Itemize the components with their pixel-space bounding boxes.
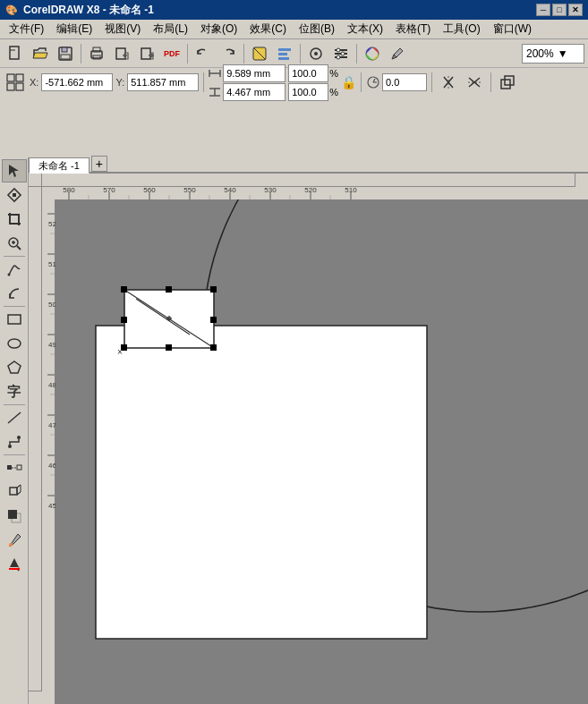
arrange-button[interactable] <box>496 71 519 94</box>
property-toolbar: X: Y: % % 🔒 <box>0 68 588 97</box>
menu-item-窗口[interactable]: 窗口(W) <box>488 20 537 38</box>
prop-sep-1 <box>203 72 204 92</box>
svg-rect-80 <box>166 344 172 351</box>
tools-sep-3 <box>4 404 25 405</box>
color-settings-button[interactable] <box>361 42 384 65</box>
tools-sep-4 <box>4 454 25 455</box>
flip-v-button[interactable] <box>463 71 486 94</box>
svg-text:540: 540 <box>224 187 236 194</box>
svg-rect-45 <box>13 193 16 197</box>
svg-point-66 <box>9 543 13 547</box>
blend-tool-button[interactable] <box>2 456 27 479</box>
document-tab[interactable]: 未命名 -1 <box>29 157 89 174</box>
menu-item-文件[interactable]: 文件(F) <box>4 20 49 38</box>
extrude-tool-button[interactable] <box>2 480 27 504</box>
object-properties-button[interactable] <box>4 71 27 94</box>
undo-button[interactable] <box>192 42 215 65</box>
svg-line-71 <box>124 290 214 348</box>
height-percent-input[interactable] <box>288 83 328 101</box>
svg-rect-110 <box>42 187 55 704</box>
svg-text:510: 510 <box>48 260 55 268</box>
toolbar-separator-3 <box>243 44 244 64</box>
export-button[interactable] <box>135 42 158 65</box>
eyedropper-toolbar-button[interactable] <box>386 42 409 65</box>
svg-point-68 <box>203 187 588 612</box>
toolbar-separator-2 <box>187 44 188 64</box>
rect-tool-button[interactable] <box>2 308 27 331</box>
polygon-tool-button[interactable] <box>2 356 27 379</box>
menu-item-编辑[interactable]: 编辑(E) <box>51 20 98 38</box>
text-tool-icon: 字 <box>7 384 21 401</box>
open-button[interactable] <box>29 42 52 65</box>
add-tab-button[interactable]: + <box>91 156 107 172</box>
menu-item-文本[interactable]: 文本(X) <box>342 20 388 38</box>
width-percent-input[interactable] <box>288 64 328 82</box>
maximize-button[interactable]: □ <box>552 4 567 16</box>
close-button[interactable]: ✕ <box>568 4 583 16</box>
svg-point-18 <box>314 52 318 55</box>
interactive-fill-button[interactable] <box>248 42 271 65</box>
save-button[interactable] <box>54 42 77 65</box>
import-button[interactable] <box>110 42 133 65</box>
menu-item-表格[interactable]: 表格(T) <box>390 20 436 38</box>
svg-rect-8 <box>116 48 125 59</box>
menu-item-对象[interactable]: 对象(O) <box>195 20 243 38</box>
svg-line-54 <box>8 412 21 423</box>
svg-rect-16 <box>278 57 289 60</box>
connector-tool-button[interactable] <box>2 430 27 454</box>
print-button[interactable] <box>85 42 108 65</box>
crop-tool-button[interactable] <box>2 208 27 231</box>
tools-sidebar: 字 <box>0 157 29 704</box>
freehand-tool-button[interactable] <box>2 258 27 281</box>
select-tool-button[interactable] <box>2 159 27 182</box>
svg-text:570: 570 <box>103 187 115 194</box>
menu-item-效果[interactable]: 效果(C) <box>244 20 292 38</box>
svg-rect-26 <box>7 74 14 81</box>
angle-input[interactable] <box>382 73 427 91</box>
shadow-tool-button[interactable] <box>2 505 27 528</box>
svg-text:520: 520 <box>48 220 55 228</box>
height-input[interactable] <box>223 83 285 101</box>
width-input[interactable] <box>223 64 285 82</box>
snap-button[interactable] <box>304 42 328 65</box>
svg-marker-43 <box>9 165 19 177</box>
zoom-chevron-icon: ▼ <box>558 47 568 60</box>
pct-symbol-2: % <box>329 87 338 98</box>
flip-h-button[interactable] <box>437 71 460 94</box>
svg-text:520: 520 <box>304 187 317 194</box>
line-tool-button[interactable] <box>2 406 27 429</box>
smartdraw-tool-button[interactable] <box>2 282 27 305</box>
zoom-dropdown[interactable]: 200% ▼ <box>522 44 584 64</box>
pct-symbol-1: % <box>329 68 338 79</box>
window-controls: ─ □ ✕ <box>536 4 583 16</box>
tab-bar: 未命名 -1 + <box>29 156 588 174</box>
redo-button[interactable] <box>217 42 240 65</box>
lock-proportions-icon[interactable]: 🔒 <box>341 75 356 89</box>
x-input[interactable] <box>41 73 113 91</box>
title-bar: 🎨 CorelDRAW X8 - 未命名 -1 ─ □ ✕ <box>0 0 588 20</box>
zoom-tool-button[interactable] <box>2 232 27 255</box>
ellipse-tool-button[interactable] <box>2 332 27 355</box>
y-coordinate-group: Y: <box>115 73 199 91</box>
pdf-button[interactable]: PDF <box>160 42 183 65</box>
new-button[interactable] <box>4 42 27 65</box>
menu-item-视图[interactable]: 视图(V) <box>99 20 146 38</box>
menu-item-工具[interactable]: 工具(O) <box>438 20 485 38</box>
options-button[interactable] <box>329 42 353 65</box>
svg-rect-14 <box>278 48 291 51</box>
shape-edit-tool-button[interactable] <box>2 183 27 207</box>
svg-rect-78 <box>210 317 217 323</box>
svg-point-56 <box>17 436 21 439</box>
svg-rect-41 <box>501 80 510 89</box>
menu-item-位图[interactable]: 位图(B) <box>294 20 340 38</box>
text-tool-button[interactable]: 字 <box>2 380 27 403</box>
app-logo: 🎨 <box>5 4 18 16</box>
svg-text:500: 500 <box>48 301 55 309</box>
menu-item-布局[interactable]: 布局(L) <box>148 20 193 38</box>
svg-text:490: 490 <box>48 341 55 349</box>
eyedropper-tool-button[interactable] <box>2 529 27 552</box>
align-button[interactable] <box>273 42 296 65</box>
minimize-button[interactable]: ─ <box>536 4 550 16</box>
y-input[interactable] <box>127 73 199 91</box>
fill-color-button[interactable] <box>2 553 27 576</box>
